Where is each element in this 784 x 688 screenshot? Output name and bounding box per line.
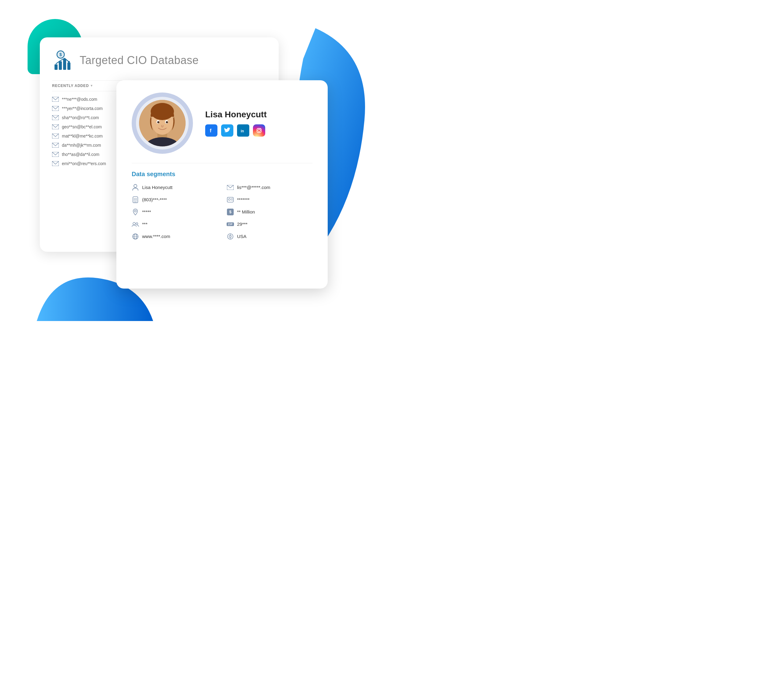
person-icon: [132, 184, 139, 191]
svg-point-29: [258, 129, 260, 132]
phone-icon: [132, 196, 139, 203]
data-item-zip: ZIP 29***: [227, 221, 312, 228]
twitter-icon[interactable]: [221, 124, 233, 137]
email-text: da**mh@jk**rm.com: [62, 143, 101, 148]
group-value: ***: [142, 221, 148, 227]
svg-text:f: f: [210, 128, 212, 133]
facebook-icon[interactable]: f: [205, 124, 217, 137]
data-item-group: ***: [132, 221, 217, 228]
email-text: sha**on@ro**t.com: [62, 115, 99, 120]
email-text: ***yer**@incorta.com: [62, 106, 102, 111]
svg-point-21: [158, 103, 166, 112]
data-item-email: lis***@*****.com: [227, 184, 312, 191]
svg-point-7: [68, 61, 70, 63]
data-item-location: *****: [132, 208, 217, 216]
email-icon: [52, 124, 59, 129]
zip-value: 29***: [237, 221, 247, 227]
instagram-icon[interactable]: [253, 124, 265, 137]
data-item-id: *******: [227, 196, 312, 203]
data-segments: Data segments Lisa Honeycutt lis***@****…: [132, 171, 312, 240]
social-icons: f in: [205, 124, 312, 137]
svg-point-31: [134, 185, 137, 188]
email-icon: [52, 152, 59, 157]
data-item-phone: (803)***-****: [132, 196, 217, 203]
email-data-icon: [227, 184, 234, 191]
logo-icon: $: [52, 49, 74, 71]
name-value: Lisa Honeycutt: [142, 185, 173, 190]
svg-text:$: $: [59, 52, 62, 57]
avatar-image: [139, 100, 186, 147]
website-value: www.****.com: [142, 234, 170, 239]
revenue-value: ** Million: [237, 209, 255, 214]
email-icon: [52, 97, 59, 102]
email-text: emi**on@reu**ers.com: [62, 161, 106, 166]
country-value: USA: [237, 234, 247, 239]
location-icon: [132, 208, 139, 216]
profile-card: Lisa Honeycutt f in: [116, 80, 328, 289]
zip-icon: ZIP: [227, 221, 234, 228]
phone-value: (803)***-****: [142, 197, 167, 202]
email-icon: [52, 161, 59, 166]
svg-point-49: [133, 223, 135, 225]
card-title: Targeted CIO Database: [80, 54, 199, 67]
chevron-recently-icon: ▼: [90, 84, 94, 87]
data-item-website: www.****.com: [132, 233, 217, 240]
data-segments-title: Data segments: [132, 171, 312, 178]
svg-text:in: in: [241, 129, 244, 133]
email-icon: [52, 115, 59, 120]
svg-point-48: [135, 210, 136, 212]
email-text: geo**sn@bc**el.com: [62, 124, 102, 129]
flag-icon: [227, 233, 234, 240]
avatar: [132, 92, 193, 154]
location-value: *****: [142, 209, 151, 214]
svg-point-30: [260, 129, 261, 129]
profile-top: Lisa Honeycutt f in: [132, 92, 312, 163]
email-text: mat**kl@me**kc.com: [62, 134, 102, 139]
dollar-icon: $: [227, 208, 234, 216]
email-icon: [52, 106, 59, 111]
svg-point-50: [136, 223, 138, 224]
data-item-revenue: $ ** Million: [227, 208, 312, 216]
data-item-country: USA: [227, 233, 312, 240]
email-text: ***ne***@ods.com: [62, 97, 97, 102]
svg-point-25: [166, 121, 168, 123]
id-icon: [227, 196, 234, 203]
email-icon: [52, 143, 59, 148]
profile-info: Lisa Honeycutt f in: [205, 110, 312, 137]
scene: $ Targeted CIO Database RECENTLY ADDED ▼…: [28, 19, 364, 325]
email-icon: [52, 134, 59, 139]
globe-icon: [132, 233, 139, 240]
id-value: *******: [237, 197, 250, 202]
svg-rect-5: [63, 59, 66, 70]
svg-rect-6: [68, 63, 71, 70]
email-value: lis***@*****.com: [237, 185, 270, 190]
profile-name: Lisa Honeycutt: [205, 110, 312, 119]
svg-rect-4: [59, 61, 62, 70]
card-header: $ Targeted CIO Database: [52, 49, 267, 71]
svg-rect-3: [54, 64, 58, 70]
linkedin-icon[interactable]: in: [237, 124, 249, 137]
svg-point-24: [157, 121, 160, 123]
data-item-name: Lisa Honeycutt: [132, 184, 217, 191]
group-icon: [132, 221, 139, 228]
svg-point-45: [229, 198, 230, 200]
email-text: tho**as@da**il.com: [62, 152, 99, 157]
data-grid: Lisa Honeycutt lis***@*****.com: [132, 184, 312, 240]
